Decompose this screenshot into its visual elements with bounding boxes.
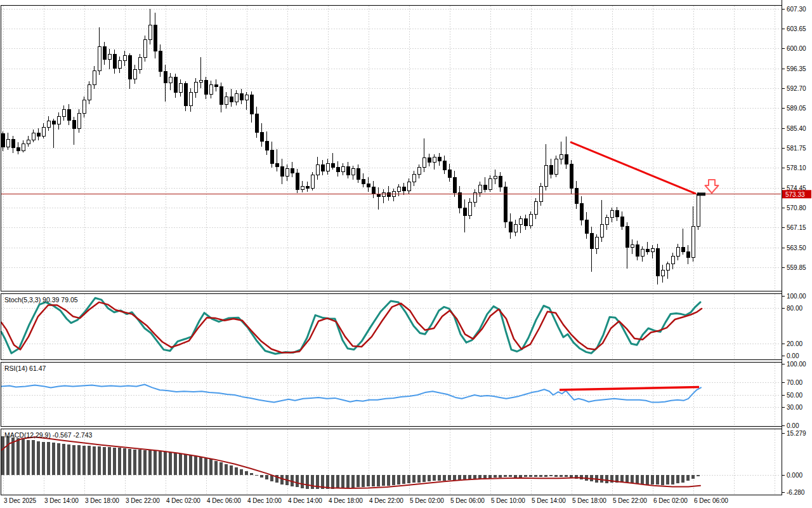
candle-body <box>357 169 360 180</box>
macd-bar <box>676 475 679 483</box>
candle-body <box>514 224 517 232</box>
candle-body <box>103 46 106 60</box>
rsi-pane-background[interactable] <box>1 362 782 426</box>
indicator-axis-label: 0.000 <box>787 472 802 479</box>
price-axis[interactable]: 607.30603.65600.00596.35592.70589.05585.… <box>782 0 811 496</box>
candle-body <box>326 163 329 171</box>
time-axis-label: 5 Dec 18:00 <box>572 497 606 504</box>
macd-bar <box>148 450 152 475</box>
macd-bar <box>88 446 91 475</box>
candle-body <box>504 187 507 222</box>
macd-bar <box>16 438 20 475</box>
candle-body <box>128 55 131 79</box>
macd-bar <box>164 451 167 475</box>
stochastic-pane: Stoch(5,3,3) 90.39 79.05 <box>1 293 782 359</box>
candle-body <box>453 177 456 192</box>
macd-bar <box>103 447 106 475</box>
candle-body <box>519 219 522 225</box>
macd-bar <box>382 475 385 486</box>
time-axis-label: 3 Dec 22:00 <box>126 497 160 504</box>
candle-body <box>631 245 634 247</box>
price-axis-label: 596.35 <box>787 65 806 72</box>
time-axis-label: 5 Dec 14:00 <box>532 497 566 504</box>
macd-pane-background[interactable] <box>1 429 782 495</box>
macd-bar <box>443 475 446 481</box>
candle-body <box>428 158 431 163</box>
candle-body <box>438 157 441 161</box>
macd-bar <box>47 442 50 475</box>
candle-body <box>275 163 278 166</box>
candle-body <box>280 166 284 176</box>
candle-body <box>671 256 674 264</box>
macd-bar <box>123 448 126 475</box>
macd-bar <box>138 450 141 475</box>
macd-bar <box>417 475 421 483</box>
candle-body <box>16 147 20 150</box>
candle-body <box>245 95 248 100</box>
candle-body <box>458 192 461 208</box>
time-axis[interactable]: 3 Dec 20253 Dec 14:003 Dec 18:003 Dec 22… <box>4 497 728 504</box>
indicator-axis-label: 80.00 <box>787 305 802 312</box>
indicator-axis-label: 0.00 <box>787 352 799 359</box>
candle-body <box>285 169 289 177</box>
macd-bar <box>169 452 172 475</box>
macd-bar <box>174 453 177 475</box>
candle-body <box>225 97 228 104</box>
macd-bar <box>82 446 86 475</box>
macd-bar <box>554 475 558 477</box>
candle-body <box>209 84 213 94</box>
candle-body <box>179 84 182 93</box>
macd-bar <box>549 475 553 476</box>
macd-bar <box>67 444 70 475</box>
indicator-axis-label: 100.00 <box>787 361 806 368</box>
candle-body <box>509 222 512 232</box>
candle-body <box>22 144 25 150</box>
macd-bar <box>671 475 674 485</box>
candle-body <box>311 175 314 189</box>
macd-bar <box>565 475 568 477</box>
macd-bar <box>250 473 253 475</box>
macd-bar <box>22 439 25 475</box>
macd-bar <box>600 475 603 483</box>
macd-bar <box>453 475 456 480</box>
current-price-badge-value: 573.33 <box>785 191 805 198</box>
macd-bar <box>458 475 461 480</box>
macd-bar <box>539 475 542 477</box>
candle-body <box>433 157 436 163</box>
macd-bar <box>311 475 314 489</box>
candle-body <box>230 97 233 102</box>
macd-bar <box>686 475 690 481</box>
candle-body <box>88 84 91 100</box>
macd-bar <box>560 475 563 477</box>
stochastic-pane-background[interactable] <box>1 293 782 359</box>
time-axis-label: 5 Dec 22:00 <box>613 497 647 504</box>
macd-bar <box>159 451 162 475</box>
candle-body <box>554 159 558 174</box>
macd-bar <box>524 475 527 477</box>
macd-bar <box>306 475 309 489</box>
indicator-axis-label: 100.00 <box>787 293 806 300</box>
macd-bar <box>529 475 532 477</box>
time-axis-label: 4 Dec 06:00 <box>207 497 241 504</box>
candle-body <box>265 142 268 150</box>
candle-body <box>407 182 410 190</box>
candle-body <box>686 251 690 257</box>
price-axis-label: 585.40 <box>787 125 806 132</box>
time-axis-label: 3 Dec 14:00 <box>44 497 79 504</box>
candle-body <box>291 169 294 173</box>
candle-body <box>194 83 197 92</box>
macd-bar <box>580 475 583 479</box>
candle-body <box>27 140 30 144</box>
chart-canvas[interactable]: Stoch(5,3,3) 90.39 79.05RSI(14) 61.47MAC… <box>0 0 812 508</box>
candle-body <box>661 270 664 276</box>
trading-terminal-chart-window: { "colors": { "background": "#ffffff", "… <box>0 0 812 508</box>
candle-body <box>346 166 350 175</box>
macd-bar <box>681 475 684 483</box>
candle-body <box>118 61 121 69</box>
macd-bar <box>6 436 10 475</box>
candle-body <box>636 245 639 257</box>
time-axis-label: 4 Dec 22:00 <box>369 497 403 504</box>
macd-bar <box>367 475 370 486</box>
macd-bar <box>448 475 451 480</box>
price-axis-label: 581.75 <box>787 145 806 152</box>
